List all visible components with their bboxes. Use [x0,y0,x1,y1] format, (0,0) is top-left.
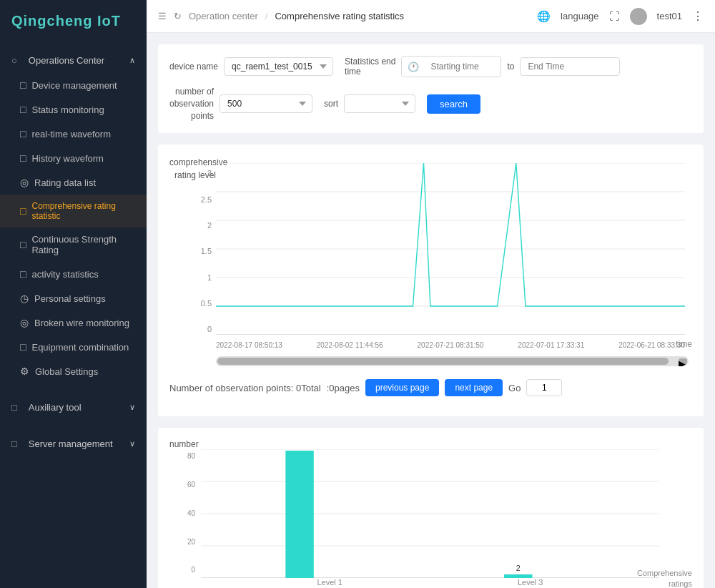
refresh-icon[interactable]: ↻ [174,11,182,21]
menu-icon[interactable]: ☰ [158,11,167,21]
line-chart-container: comprehensive rating level 3 2.5 2 1.5 1… [169,156,692,371]
sidebar-item-device-management[interactable]: □ Device management [0,73,147,97]
server-management-chevron: ∨ [129,439,135,449]
header-left: ☰ ↻ Operation center / Comprehensive rat… [158,11,404,21]
sidebar-item-real-time-waveform[interactable]: □ real-time waveform [0,122,147,146]
username: test01 [657,11,682,21]
y-label-25: 2.5 [201,195,212,204]
obs-points-select[interactable]: 500 [220,94,312,113]
bar-x-axis-title: Comprehensiveratings [637,568,692,588]
sort-select[interactable] [344,94,415,113]
sidebar-item-status-monitoring[interactable]: □ Status monitoring [0,97,147,122]
chart-scrollbar-thumb [217,358,669,365]
search-button[interactable]: search [427,94,480,114]
next-page-button[interactable]: next page [445,379,503,396]
x-label-1: 2022-08-02 11:44:56 [317,341,383,349]
activity-statistics-icon: □ [20,268,26,280]
chart-scrollbar[interactable]: ▶ [216,356,689,366]
x-label-0: 2022-08-17 08:50:13 [216,341,282,349]
bar-chart-y-label: number [169,439,199,449]
obs-points-total: Number of observation points: 0Total [169,383,321,393]
bar-chart-panel: number 80 60 40 20 0 [158,428,704,588]
more-icon[interactable]: ⋮ [692,9,704,23]
sidebar-item-history-waveform[interactable]: □ History waveform [0,146,147,170]
sort-label: sort [324,99,338,109]
y-label-05: 0.5 [201,299,212,308]
sidebar-group-auxiliary-tool[interactable]: □ Auxiliary tool ∨ [0,395,147,420]
main-content: ☰ ↻ Operation center / Comprehensive rat… [147,0,715,588]
status-monitoring-icon: □ [20,104,26,115]
page-number-input[interactable] [526,379,562,396]
auxiliary-tool-label: Auxiliary tool [29,402,82,413]
device-name-select[interactable]: qc_raem1_test_0015 [224,57,333,76]
real-time-waveform-icon: □ [20,128,26,139]
bar-x-level1: Level 1 [317,578,342,587]
server-management-icon: □ [11,438,17,449]
start-time-wrap: 🕐 [401,56,501,77]
end-time-input[interactable] [520,57,620,76]
y-label-0: 0 [207,325,212,333]
bar-y-40: 40 [187,509,195,517]
broken-wire-icon: ◎ [20,317,29,328]
equipment-combination-icon: □ [20,341,26,353]
y-label-15: 1.5 [201,247,212,255]
sidebar-item-activity-statistics[interactable]: □ activity statistics [0,262,147,286]
clock-icon: 🕐 [408,62,419,72]
bar-x-labels: Level 1 Level 3 [201,578,659,587]
sidebar-item-continuous-strength[interactable]: □ Continuous Strength Rating [0,227,147,262]
continuous-strength-icon: □ [20,239,26,250]
sidebar-item-equipment-combination[interactable]: □ Equipment combination [0,335,147,359]
svg-text:2: 2 [516,564,521,572]
to-label: to [507,62,514,72]
fullscreen-icon[interactable]: ⛶ [609,10,620,22]
filter-panel: device name qc_raem1_test_0015 Statistic… [158,44,704,133]
go-label: Go [508,383,521,393]
bar-y-axis: 80 60 40 20 0 [169,452,198,574]
breadcrumb-home[interactable]: Operation center [189,11,258,21]
sidebar-item-global-settings[interactable]: ⚙ Global Settings [0,359,147,383]
device-name-label: device name [169,62,218,72]
prev-page-button[interactable]: previous page [365,379,439,396]
line-chart-svg [216,163,685,335]
filter-row-2: number of observation points 500 sort se… [169,86,692,122]
device-name-group: device name qc_raem1_test_0015 [169,57,333,76]
sidebar-item-rating-data-list[interactable]: ◎ Rating data list [0,170,147,195]
y-axis-labels: 3 2.5 2 1.5 1 0.5 0 [169,169,216,333]
auxiliary-tool-chevron: ∨ [129,403,135,412]
sidebar-item-personal-settings[interactable]: ◷ Personal settings [0,286,147,310]
sidebar-item-comprehensive-rating[interactable]: □ Comprehensive rating statistic [0,195,147,227]
bar-chart-container: number 80 60 40 20 0 [169,439,692,588]
sidebar-group-operations-center[interactable]: ○ Operations Center ∧ [0,48,147,73]
stats-end-label: Statistics end time [345,57,395,77]
personal-settings-icon: ◷ [20,293,29,304]
filter-row-1: device name qc_raem1_test_0015 Statistic… [169,56,692,77]
bar-x-level3: Level 3 [518,578,543,587]
svg-rect-14 [285,451,313,578]
stats-end-group: Statistics end time 🕐 to [345,56,620,77]
sidebar-item-broken-wire-monitoring[interactable]: ◎ Broken wire monitoring [0,310,147,335]
x-label-3: 2022-07-01 17:33:31 [518,341,584,349]
scrollbar-handle: ▶ [679,358,687,364]
sidebar: Qingcheng IoT ○ Operations Center ∧ □ De… [0,0,147,588]
server-management-label: Server management [29,438,113,449]
x-label-4: 2022-06-21 08:33:30 [618,341,685,349]
x-axis-labels: 2022-08-17 08:50:13 2022-08-02 11:44:56 … [216,341,685,349]
sidebar-group-server-management[interactable]: □ Server management ∨ [0,431,147,456]
content-area: device name qc_raem1_test_0015 Statistic… [147,33,715,588]
operations-center-group: ○ Operations Center ∧ □ Device managemen… [0,42,147,389]
language-label[interactable]: language [561,11,599,21]
language-icon: 🌐 [537,10,551,23]
y-label-3: 3 [207,169,212,177]
comprehensive-rating-icon: □ [20,205,26,217]
y-label-1: 1 [207,273,212,282]
x-label-2: 2022-07-21 08:31:50 [418,341,484,349]
obs-points-label: number of observation points [169,86,214,122]
breadcrumb-separator: / [265,11,268,21]
pagination-row: Number of observation points: 0Total :0p… [169,379,692,396]
bar-y-80: 80 [187,452,195,460]
operations-center-chevron: ∧ [129,56,135,65]
bar-y-20: 20 [187,538,195,546]
operations-center-label: Operations Center [29,55,104,66]
sidebar-logo: Qingcheng IoT [0,0,147,42]
start-time-input[interactable] [423,58,495,75]
